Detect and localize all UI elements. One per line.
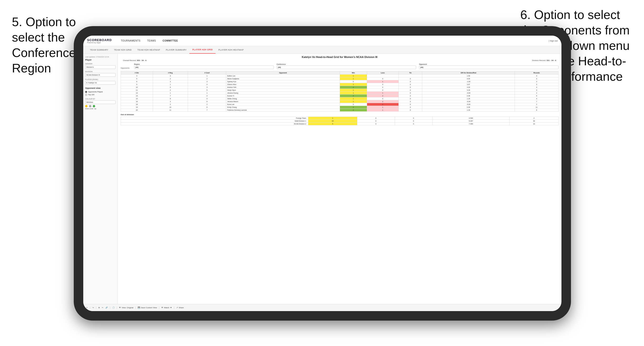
sign-out[interactable]: | Sign out <box>548 40 558 42</box>
gender-label: Gender <box>85 63 116 65</box>
logo-text: SCOREBOARD <box>87 38 112 42</box>
th-conf: # Conf <box>188 71 226 75</box>
toolbar-sep7: | <box>174 306 174 309</box>
table-row: 16 3 6 Jessica Mason 1 2 0 -0.94 7 <box>121 100 558 103</box>
tablet-screen: SCOREBOARD Powered by clippd TOURNAMENTS… <box>83 36 562 311</box>
colour-select[interactable]: Win/loss <box>85 100 116 104</box>
table-row: 9 1 4 Sharon Mun 1 0 0 3.67 3 <box>121 83 558 86</box>
radio-opponents-played[interactable]: Opponents Played <box>85 91 116 93</box>
opponent-filter-group: Opponent (All) <box>419 63 558 69</box>
toolbar-sep4: | <box>116 306 117 309</box>
opponent-filter-label: Opponent <box>419 63 558 65</box>
grid-title: Katelyn Vo Head-to-Head Grid for Women's… <box>120 56 558 58</box>
nav-tournaments[interactable]: TOURNAMENTS <box>118 36 144 46</box>
h2h-table: # Div # Reg # Conf Opponent Win Loss Tie… <box>120 71 558 112</box>
toolbar-icon3[interactable]: 🔗 <box>106 307 108 309</box>
th-opponent: Opponent <box>226 71 340 75</box>
bottom-toolbar: ↩ | ↪ | ⊕ ✂ 🔗 | 🕐 | 👁 View: Original | 💾… <box>83 304 562 311</box>
ood-table-row: Foreign Team 1 0 0 4.500 2 <box>121 117 558 120</box>
table-row: 18 2 2 Euna Lee 0 1 0 -5.00 2 <box>121 103 558 106</box>
table-row: 3 3 1 Esther Lee 1 1.50 4 <box>121 75 558 77</box>
region-select[interactable]: (All) <box>134 66 274 69</box>
conference-select[interactable]: (All) <box>277 66 416 69</box>
table-row: 19 10 6 Emily Chang 4 1 0 0.30 11 <box>121 106 558 109</box>
radio-dot-1 <box>85 91 87 93</box>
ood-table-row: NAIA Division 1 15 0 0 9.267 30 <box>121 120 558 123</box>
toolbar-undo[interactable]: ↩ <box>86 307 88 309</box>
logo-sub: Powered by clippd <box>87 42 112 43</box>
th-win: Win <box>340 71 367 75</box>
region-filter-group: Region (All) <box>134 63 274 69</box>
opponent-select[interactable]: (All) <box>419 66 558 69</box>
table-row: 13 1 1 Jessica Huang 1 1 0 -3.00 2 <box>121 92 558 95</box>
filters-section: Opponents: Region (All) Conference (All) <box>120 63 558 69</box>
sub-nav-team-h2h-grid[interactable]: TEAM H2H GRID <box>111 46 134 54</box>
th-rounds: Rounds <box>515 71 558 75</box>
main-content: Last Updated: 27/03/2024 10:34 Player Ge… <box>83 54 562 311</box>
table-row: 5 2 2 Alexis Sudjianto 1 0 0 4.00 3 <box>121 77 558 80</box>
toolbar-sep2: | <box>96 306 96 309</box>
app-header: SCOREBOARD Powered by clippd TOURNAMENTS… <box>83 36 562 46</box>
sub-nav-player-h2h-heatmap[interactable]: PLAYER H2H HEATMAP <box>216 46 246 54</box>
sub-nav-team-summary[interactable]: TEAM SUMMARY <box>87 46 111 54</box>
th-loss: Loss <box>367 71 398 75</box>
radio-top100[interactable]: Top 100 <box>85 94 116 96</box>
table-row: 15 8 5 Stella Cheng 1 0 0 1.25 4 <box>121 97 558 100</box>
player-rank-select[interactable]: 8. Katelyn Vo <box>85 81 116 85</box>
opponent-view-title: Opponent view <box>85 87 116 89</box>
nav-items: TOURNAMENTS TEAMS COMMITTEE <box>118 36 548 46</box>
update-text: Last Updated: 27/03/2024 10:34 <box>85 56 116 58</box>
opponent-view: Opponent view Opponents Played Top 100 <box>85 87 116 96</box>
toolbar-icon1[interactable]: ⊕ <box>98 307 100 309</box>
tablet-frame: SCOREBOARD Powered by clippd TOURNAMENTS… <box>74 26 571 321</box>
legend-labels: Down Level Up <box>85 108 116 110</box>
toolbar-sep3: | <box>110 306 110 309</box>
sub-nav: TEAM SUMMARY TEAM H2H GRID TEAM H2H HEAT… <box>83 46 562 54</box>
colour-section: Colour by Win/loss Down Level Up <box>85 98 116 110</box>
sidebar: Last Updated: 27/03/2024 10:34 Player Ge… <box>83 54 118 311</box>
toolbar-sep1: | <box>90 306 90 309</box>
colour-label: Colour by <box>85 98 116 100</box>
sub-nav-player-h2h-grid[interactable]: PLAYER H2H GRID <box>189 46 216 54</box>
sub-nav-team-h2h-heatmap[interactable]: TEAM H2H HEATMAP <box>134 46 163 54</box>
logo-area: SCOREBOARD Powered by clippd <box>87 38 112 43</box>
out-of-division-header: Out of division <box>120 114 558 116</box>
sub-nav-player-summary[interactable]: PLAYER SUMMARY <box>163 46 189 54</box>
toolbar-sep5: | <box>135 306 136 309</box>
nav-committee[interactable]: COMMITTEE <box>159 36 181 46</box>
th-reg: # Reg <box>153 71 188 75</box>
toolbar-sep6: | <box>159 306 160 309</box>
radio-dot-2 <box>85 94 87 96</box>
ood-table-row: NCAA Division 2 5 0 0 7.400 10 <box>121 123 558 125</box>
table-row: 14 7 4 Eunice Yi 2 2 0 0.38 9 <box>121 95 558 97</box>
player-section-title: Player <box>85 59 116 61</box>
view-original-btn[interactable]: 👁 View: Original <box>119 307 133 309</box>
records-row: Overall Record: 353 - 34 - 6 Division Re… <box>120 59 558 61</box>
toolbar-redo[interactable]: ↪ <box>92 307 94 309</box>
division-select[interactable]: NCAA Division III <box>85 73 116 77</box>
th-diff: Diff Av Strokes/Rnd <box>422 71 515 75</box>
legend-dot-level <box>89 105 91 107</box>
table-row: 20 11 7 Federica Domecq Lacroze 2 1 0 1.… <box>121 109 558 112</box>
nav-teams[interactable]: TEAMS <box>144 36 159 46</box>
table-row: 10 6 3 Andrea York 2 0 0 4.00 4 <box>121 86 558 89</box>
conference-filter-group: Conference (All) <box>277 63 416 69</box>
share-btn[interactable]: ↗ Share <box>176 307 184 309</box>
player-rank-label: Player (Rank) <box>85 79 116 80</box>
toolbar-clock[interactable]: 🕐 <box>112 307 115 309</box>
conference-filter-label: Conference <box>277 63 416 65</box>
save-custom-btn[interactable]: 💾 Save Custom View <box>138 307 157 309</box>
content-area: Katelyn Vo Head-to-Head Grid for Women's… <box>118 54 562 311</box>
th-tie: Tie <box>398 71 422 75</box>
legend-dot-up <box>93 105 95 107</box>
division-label: Division <box>85 71 116 72</box>
gender-select[interactable]: Women's <box>85 65 116 69</box>
region-filter-label: Region <box>134 63 274 65</box>
th-div: # Div <box>121 71 153 75</box>
legend-dot-down <box>85 105 88 107</box>
table-row: 11 2 5 Heejo Hyun 1 0 0 3.33 3 <box>121 89 558 92</box>
ood-table: Foreign Team 1 0 0 4.500 2 NAIA Division… <box>120 117 558 125</box>
opponents-label: Opponents: <box>120 67 130 69</box>
watch-btn[interactable]: 👁 Watch ▼ <box>161 307 172 309</box>
toolbar-icon2[interactable]: ✂ <box>102 307 104 309</box>
